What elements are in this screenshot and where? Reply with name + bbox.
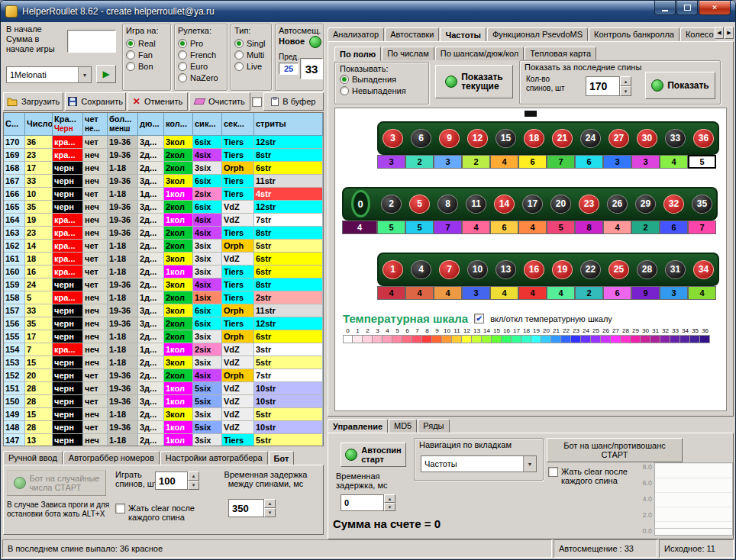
felt-number-19[interactable]: 19: [548, 254, 576, 285]
tab-Колесо[interactable]: Колесо: [680, 27, 715, 41]
felt-number-2[interactable]: 2: [377, 188, 405, 219]
play-spins-value[interactable]: 100: [155, 471, 188, 490]
subtab-По числам[interactable]: По числам: [382, 47, 434, 60]
felt-number-12[interactable]: 12: [463, 123, 492, 153]
radio-NaZero[interactable]: NaZero: [178, 72, 224, 83]
control-clear-checkbox[interactable]: Жать clear после каждого спина: [548, 467, 628, 485]
table-row[interactable]: 1585кра...неч1-181д...2кол1sixTiers2str: [4, 291, 323, 304]
felt-number-33[interactable]: 33: [661, 123, 689, 153]
felt-number-8[interactable]: 8: [434, 188, 462, 219]
table-row[interactable]: 14713черннеч1-182д...1кол3sixTiers5str: [4, 434, 323, 446]
table-row[interactable]: 16610чернчет1-181д...1кол2sixTiers4str: [4, 188, 323, 201]
delay-stepper[interactable]: 0 ▲ ▼: [341, 494, 395, 511]
radio-French[interactable]: French: [178, 49, 224, 60]
radio-Multi[interactable]: Multi: [234, 49, 268, 60]
chevron-down-icon[interactable]: ▼: [78, 67, 91, 82]
cancel-button[interactable]: ✕ Отменить: [128, 92, 188, 111]
table-row[interactable]: 17036кра...чет19-363д...3кол6sixTiers12s…: [4, 136, 323, 149]
buffer-checkbox[interactable]: [252, 97, 262, 107]
show-button[interactable]: Показать: [645, 72, 715, 99]
tab-Контроль банкролла[interactable]: Контроль банкролла: [589, 27, 680, 41]
tab-Автограббер номеров[interactable]: Автограббер номеров: [63, 451, 160, 465]
felt-number-20[interactable]: 20: [547, 188, 575, 219]
table-row[interactable]: 15220чернчет19-362д...2кол4sixOrph7str: [4, 369, 323, 382]
close-button[interactable]: ✕: [699, 1, 731, 15]
radio-Bon[interactable]: Bon: [126, 60, 167, 72]
column-header[interactable]: бол...менш: [108, 113, 138, 136]
column-header[interactable]: С...: [4, 113, 25, 136]
felt-number-5[interactable]: 5: [405, 188, 434, 219]
tab-scroll-left-button[interactable]: ◀: [715, 27, 724, 39]
zero-cell[interactable]: 0: [342, 187, 377, 220]
minimize-button[interactable]: [654, 1, 676, 15]
step-down-button[interactable]: ▼: [264, 508, 276, 517]
felt-number-9[interactable]: 9: [435, 123, 463, 153]
table-row[interactable]: 15733черннеч19-363д...3кол6sixOrph11str: [4, 304, 323, 317]
tab-Управление[interactable]: Управление: [328, 419, 388, 433]
felt-number-14[interactable]: 14: [490, 188, 518, 219]
spin-delay-value[interactable]: 350: [228, 499, 264, 517]
felt-number-25[interactable]: 25: [605, 254, 633, 285]
felt-number-29[interactable]: 29: [631, 188, 660, 219]
random-bot-button[interactable]: Бот на случайные числа СТАРТ: [7, 470, 106, 496]
clear-button[interactable]: Очистить: [189, 92, 250, 111]
column-header[interactable]: сик...: [193, 113, 222, 136]
subtab-По полю[interactable]: По полю: [334, 47, 381, 61]
felt-number-32[interactable]: 32: [660, 188, 688, 219]
table-row[interactable]: 15924чернчет19-362д...3кол4sixTiers8str: [4, 278, 323, 291]
start-play-button[interactable]: ▶: [96, 65, 116, 83]
temperature-scale-checkbox[interactable]: ✔: [474, 314, 484, 323]
table-row[interactable]: 15315черннеч1-182д...3кол3sixVdZ5str: [4, 356, 323, 369]
table-row[interactable]: 16214кра...чет1-182д...2кол3sixOrph5str: [4, 240, 323, 253]
step-up-button[interactable]: ▲: [384, 494, 395, 503]
felt-number-7[interactable]: 7: [435, 254, 463, 285]
table-row[interactable]: 16323кра...неч19-362д...2кол4sixTiers8st…: [4, 227, 323, 240]
table-row[interactable]: 14915черннеч1-182д...3кол3sixVdZ5str: [4, 408, 323, 421]
column-header[interactable]: четне...: [83, 113, 108, 136]
radio-Euro[interactable]: Euro: [178, 60, 224, 72]
checkbox-box[interactable]: [548, 467, 558, 477]
column-header[interactable]: дю...: [138, 113, 164, 136]
step-up-button[interactable]: ▲: [620, 76, 631, 86]
tab-Бот[interactable]: Бот: [269, 451, 295, 465]
chance-bot-button[interactable]: Бот на шанс/противошанс СТАРТ: [547, 438, 683, 462]
show-current-button[interactable]: Показать текущие: [435, 65, 513, 98]
felt-number-27[interactable]: 27: [605, 123, 633, 153]
load-button[interactable]: Загрузить: [3, 92, 63, 111]
maximize-button[interactable]: [676, 1, 698, 15]
radio-Singl[interactable]: Singl: [234, 37, 268, 49]
step-down-button[interactable]: ▼: [384, 503, 395, 511]
felt-number-36[interactable]: 36: [689, 123, 718, 153]
autoshift-new-label[interactable]: Новое: [279, 37, 305, 46]
felt-number-34[interactable]: 34: [689, 254, 718, 285]
profile-combobox[interactable]: 1Melonati ▼: [6, 66, 92, 83]
step-up-button[interactable]: ▲: [188, 471, 199, 481]
felt-number-10[interactable]: 10: [463, 254, 492, 285]
table-row[interactable]: 16535черннеч19-363д...2кол6sixVdZ12str: [4, 201, 323, 214]
chevron-down-icon[interactable]: ▼: [523, 456, 536, 471]
table-row[interactable]: 1547кра...неч1-181д...1кол2sixVdZ3str: [4, 343, 323, 356]
radio-Fan[interactable]: Fan: [126, 49, 167, 60]
step-down-button[interactable]: ▼: [188, 481, 199, 490]
buffer-button[interactable]: В буфер: [263, 92, 324, 111]
column-header[interactable]: стриты: [254, 113, 323, 136]
bot-clear-checkbox[interactable]: Жать clear после каждого спина: [115, 504, 195, 522]
tab-Автоставки[interactable]: Автоставки: [385, 27, 439, 41]
felt-number-1[interactable]: 1: [379, 254, 407, 285]
felt-number-6[interactable]: 6: [407, 123, 435, 153]
table-row[interactable]: 16923кра...неч19-362д...2кол4sixTiers8st…: [4, 149, 323, 162]
delay-value[interactable]: 0: [341, 494, 384, 511]
spin-count-value[interactable]: 170: [586, 76, 620, 96]
spin-count-stepper[interactable]: 170 ▲ ▼: [586, 76, 631, 96]
felt-number-22[interactable]: 22: [576, 254, 605, 285]
table-row[interactable]: 16016кра...чет1-182д...1кол3sixTiers6str: [4, 266, 323, 278]
tab-Функционал PsevdoMS[interactable]: Функционал PsevdoMS: [487, 27, 588, 41]
tab-Настройки автограббера[interactable]: Настройки автограббера: [160, 451, 268, 465]
column-header[interactable]: сек...: [222, 113, 254, 136]
felt-number-31[interactable]: 31: [661, 254, 689, 285]
table-row[interactable]: 14828чернчет19-363д...1кол5sixVdZ10str: [4, 421, 323, 434]
table-row[interactable]: 16419кра...неч19-362д...1кол4sixVdZ7str: [4, 214, 323, 227]
step-up-button[interactable]: ▲: [264, 499, 276, 508]
tab-Ряды[interactable]: Ряды: [418, 419, 449, 433]
felt-number-28[interactable]: 28: [633, 254, 661, 285]
